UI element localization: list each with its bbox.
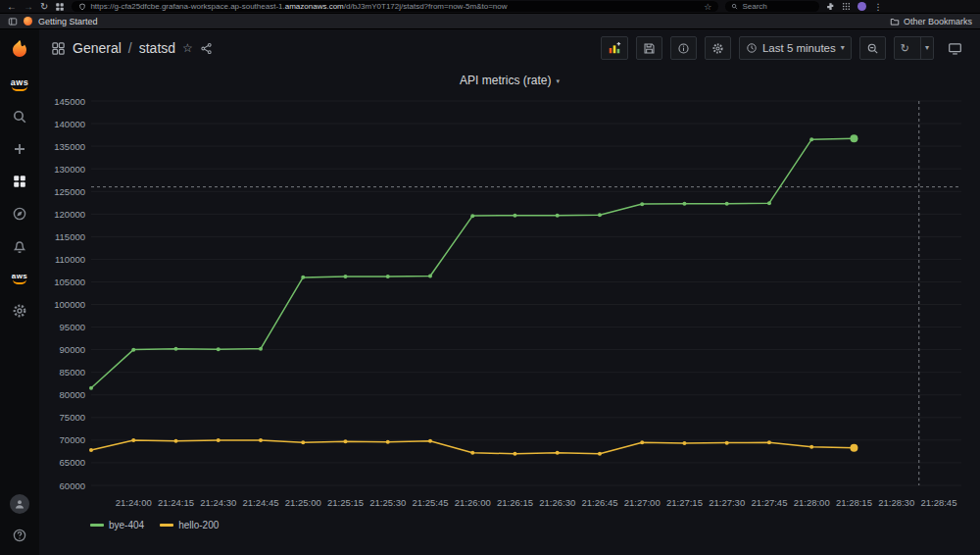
y-axis-label: 145000 — [54, 96, 85, 107]
sidebar-item-search[interactable] — [9, 107, 30, 126]
sidebar-item-dashboards[interactable] — [9, 172, 30, 191]
series-point-bye-404 — [513, 214, 516, 218]
timeseries-chart[interactable]: 6000065000700007500080000850009000095000… — [44, 91, 975, 515]
x-axis-label: 21:24:30 — [200, 497, 236, 508]
dashboard-settings-button[interactable] — [705, 36, 731, 60]
monitor-icon — [948, 41, 962, 56]
x-axis-label: 21:27:00 — [624, 497, 661, 508]
apps-grid-icon[interactable] — [842, 2, 851, 11]
grafana-favicon — [24, 17, 32, 25]
breadcrumb-dashboard[interactable]: statsd — [139, 40, 175, 56]
panel-title[interactable]: API metrics (rate) ▾ — [43, 70, 976, 91]
series-point-bye-404 — [767, 201, 771, 205]
x-axis-label: 21:28:00 — [794, 497, 830, 508]
y-axis-label: 125000 — [54, 186, 85, 197]
y-axis-label: 130000 — [54, 164, 85, 175]
series-point-hello-200 — [259, 438, 263, 442]
dashboard-toolbar: Last 5 minutes ▾ ↻ ▾ — [601, 36, 968, 60]
user-avatar[interactable] — [10, 494, 29, 514]
series-swatch — [160, 524, 173, 527]
x-axis-label: 21:24:00 — [116, 497, 152, 508]
series-point-hello-200 — [470, 451, 474, 455]
series-point-hello-200 — [725, 441, 729, 445]
favorite-star-icon[interactable]: ☆ — [182, 41, 193, 55]
url-text: https://g-cfa25dfcbe.grafana-workspace.a… — [90, 2, 507, 11]
bookmark-getting-started[interactable]: Getting Started — [38, 17, 98, 26]
time-range-label: Last 5 minutes — [762, 42, 836, 54]
x-axis-label: 21:28:30 — [878, 497, 914, 508]
refresh-button[interactable]: ↻ — [895, 37, 915, 59]
add-panel-icon — [608, 41, 621, 55]
series-point-bye-404 — [809, 137, 813, 141]
tabs-grid-icon[interactable] — [55, 2, 65, 12]
series-point-bye-404 — [217, 347, 220, 351]
zoom-out-icon — [866, 42, 879, 55]
dashboard-insights-button[interactable] — [670, 36, 697, 60]
extensions-puzzle-icon[interactable] — [826, 2, 835, 11]
share-icon[interactable] — [200, 42, 213, 55]
series-point-hello-200 — [173, 439, 177, 443]
series-line-bye-404 — [91, 138, 854, 387]
browser-menu-icon[interactable]: ⋮ — [873, 2, 882, 12]
x-axis-label: 21:25:45 — [412, 497, 448, 508]
x-axis-label: 21:26:45 — [581, 497, 617, 508]
legend-item-hello-200[interactable]: hello-200 — [160, 520, 219, 530]
series-point-hello-200 — [598, 452, 602, 456]
sidebar-item-create[interactable] — [9, 139, 30, 159]
dashboard-header: General / statsd ☆ — [39, 29, 980, 67]
grafana-logo-icon[interactable] — [8, 38, 31, 62]
series-point-hello-200 — [850, 444, 858, 452]
refresh-interval-dropdown[interactable]: ▾ — [920, 37, 933, 59]
series-point-bye-404 — [301, 276, 305, 279]
sidebar-item-alerting[interactable] — [9, 236, 30, 256]
y-axis-label: 95000 — [60, 322, 85, 332]
other-bookmarks[interactable]: Other Bookmarks — [890, 17, 972, 26]
breadcrumb-folder[interactable]: General — [73, 40, 122, 56]
sidebar-item-aws[interactable]: aws — [9, 269, 30, 288]
x-axis-label: 21:27:15 — [666, 497, 703, 508]
bookmark-star-icon[interactable]: ☆ — [704, 2, 711, 12]
legend-item-bye-404[interactable]: bye-404 — [90, 520, 144, 530]
gear-icon — [12, 303, 27, 319]
series-point-hello-200 — [556, 451, 560, 455]
help-icon[interactable] — [9, 526, 30, 545]
bell-icon — [12, 238, 27, 254]
profile-avatar[interactable] — [858, 2, 866, 11]
x-axis-label: 21:25:15 — [327, 497, 364, 508]
series-point-bye-404 — [598, 213, 602, 217]
sidebar-item-explore[interactable] — [9, 204, 30, 224]
x-axis-label: 21:28:15 — [836, 497, 872, 508]
time-range-picker[interactable]: Last 5 minutes ▾ — [739, 36, 852, 60]
sidebar-toggle-icon[interactable] — [8, 17, 18, 26]
browser-search-input[interactable]: Search — [725, 1, 819, 12]
save-icon — [643, 42, 656, 55]
series-point-hello-200 — [131, 438, 135, 442]
series-point-bye-404 — [470, 214, 474, 218]
x-axis-label: 21:26:30 — [539, 497, 575, 508]
reload-icon[interactable]: ↻ — [40, 0, 48, 14]
add-panel-button[interactable] — [601, 36, 628, 60]
address-bar[interactable]: https://g-cfa25dfcbe.grafana-workspace.a… — [72, 1, 718, 12]
zoom-out-button[interactable] — [859, 36, 886, 60]
back-icon[interactable]: ← — [7, 0, 17, 14]
series-point-hello-200 — [640, 440, 644, 444]
series-point-hello-200 — [809, 445, 813, 449]
question-circle-icon — [12, 528, 27, 543]
x-axis-label: 21:25:00 — [285, 497, 321, 508]
compass-icon — [12, 206, 27, 222]
search-placeholder: Search — [742, 2, 766, 11]
series-point-bye-404 — [640, 202, 644, 206]
x-axis-label: 21:26:15 — [497, 497, 533, 508]
sidebar-item-configuration[interactable] — [9, 301, 30, 321]
cycle-view-button[interactable] — [942, 36, 968, 60]
save-dashboard-button[interactable] — [636, 36, 662, 60]
y-axis-label: 105000 — [54, 277, 85, 287]
chevron-down-icon: ▾ — [841, 44, 845, 52]
forward-icon[interactable]: → — [24, 0, 33, 14]
y-axis-label: 65000 — [60, 457, 85, 468]
y-axis-label: 135000 — [54, 141, 85, 152]
series-point-bye-404 — [386, 275, 390, 278]
y-axis-label: 90000 — [60, 344, 85, 355]
plus-icon — [12, 141, 27, 157]
y-axis-label: 100000 — [54, 299, 85, 310]
